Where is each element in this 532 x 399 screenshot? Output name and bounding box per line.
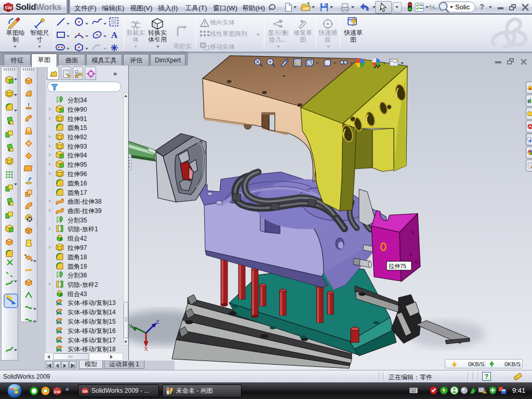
svg-text:SW: SW [5,5,12,10]
svg-text:Z: Z [156,318,159,325]
svg-text:SW: SW [54,390,61,394]
svg-text:Y: Y [128,323,132,329]
svg-text:SW: SW [82,390,88,393]
svg-text:拉伸75: 拉伸75 [389,263,406,269]
svg-text:X: X [144,345,148,352]
svg-text:A: A [111,30,118,40]
